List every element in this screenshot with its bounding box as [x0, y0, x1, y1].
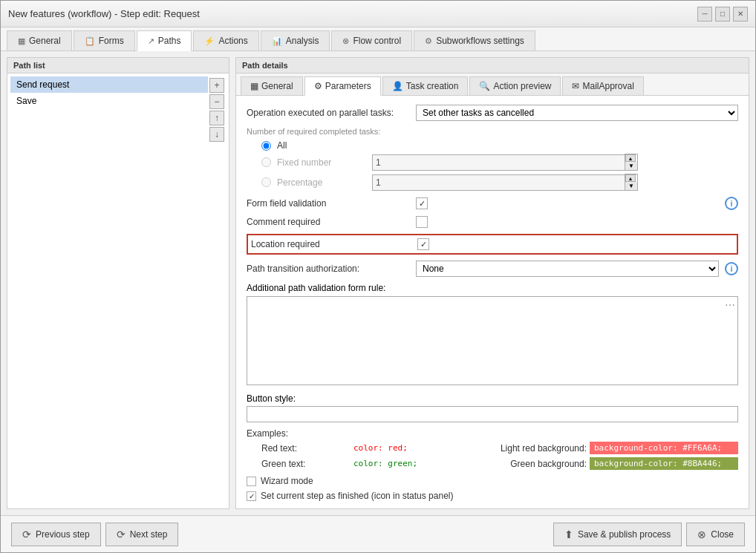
- next-step-icon: ⟳: [117, 529, 126, 540]
- green-bg-name: Green background:: [453, 459, 587, 469]
- comment-required-label: Comment required: [247, 217, 410, 227]
- green-bg-sample: background-color: #8BA446;: [590, 457, 738, 470]
- tab-general[interactable]: ▦ General: [7, 30, 72, 50]
- operation-label: Operation executed on parallel tasks:: [247, 108, 410, 118]
- location-required-checkbox[interactable]: [417, 238, 429, 250]
- path-transition-select[interactable]: None User Group Role: [416, 261, 719, 277]
- operation-select[interactable]: Set other tasks as cancelled Complete al…: [416, 105, 738, 121]
- fixed-number-input[interactable]: [372, 154, 625, 171]
- previous-step-button[interactable]: ⟳ Previous step: [11, 523, 101, 546]
- title-bar: New features (workflow) - Step edit: Req…: [1, 1, 755, 27]
- form-field-row: Form field validation i: [247, 197, 738, 210]
- next-step-button[interactable]: ⟳ Next step: [105, 523, 179, 546]
- radio-all[interactable]: [261, 141, 271, 151]
- subtab-general[interactable]: ▦ General: [241, 76, 303, 95]
- percentage-spinner: ▲ ▼: [372, 174, 638, 191]
- subtab-actionpreview[interactable]: 🔍 Action preview: [469, 76, 561, 95]
- bottom-left-buttons: ⟳ Previous step ⟳ Next step: [11, 523, 178, 546]
- examples-section: Examples: Red text: color: red; Light re…: [247, 428, 738, 470]
- forms-tab-icon: 📋: [85, 36, 95, 46]
- parameters-content: Operation executed on parallel tasks: Se…: [236, 96, 749, 514]
- green-text-name: Green text:: [261, 459, 351, 469]
- path-list-title: Path list: [7, 58, 229, 73]
- close-button[interactable]: ⊗ Close: [686, 523, 745, 546]
- red-text-code: color: red;: [353, 443, 450, 453]
- light-red-bg-sample: background-color: #FF6A6A;: [590, 442, 738, 454]
- subtab-mailapproval[interactable]: ✉ MailApproval: [562, 76, 643, 95]
- examples-grid: Red text: color: red; Light red backgrou…: [261, 442, 738, 470]
- save-publish-button[interactable]: ⬆ Save & publish process: [553, 523, 682, 546]
- path-details-panel: Path details ▦ General ⚙ Parameters 👤 Ta…: [235, 57, 749, 509]
- percentage-spin-down[interactable]: ▼: [625, 182, 637, 190]
- radio-all-label: All: [277, 140, 366, 151]
- tab-paths[interactable]: ↗ Paths: [137, 30, 192, 51]
- main-window: New features (workflow) - Step edit: Req…: [0, 0, 756, 553]
- subtab-parameters[interactable]: ⚙ Parameters: [304, 76, 381, 96]
- percentage-spinner-arrows: ▲ ▼: [625, 174, 638, 191]
- wizard-mode-checkbox[interactable]: [247, 477, 256, 486]
- tab-flowcontrol[interactable]: ⊗ Flow control: [331, 30, 412, 50]
- actions-tab-icon: ⚡: [204, 36, 215, 46]
- subtab-general-icon: ▦: [250, 81, 258, 91]
- green-text-code: color: green;: [353, 459, 450, 468]
- set-step-finished-checkbox[interactable]: [247, 491, 256, 501]
- set-step-finished-label: Set current step as finished (icon in st…: [261, 491, 453, 501]
- red-text-name: Red text:: [261, 443, 351, 454]
- move-down-button[interactable]: ↓: [209, 127, 224, 142]
- button-style-label: Button style:: [247, 393, 738, 404]
- subtab-taskcreation-icon: 👤: [392, 81, 403, 91]
- number-required-label: Number of required completed tasks:: [247, 127, 738, 136]
- main-tab-bar: ▦ General 📋 Forms ↗ Paths ⚡ Actions 📊 An…: [1, 27, 755, 51]
- wizard-mode-label: Wizard mode: [261, 476, 313, 486]
- percentage-spin-up[interactable]: ▲: [625, 174, 636, 182]
- radio-fixed-row: Fixed number ▲ ▼: [261, 154, 738, 171]
- textarea-more-icon[interactable]: ⋯: [725, 299, 735, 311]
- comment-required-checkbox[interactable]: [416, 216, 428, 228]
- tab-forms[interactable]: 📋 Forms: [74, 30, 135, 50]
- close-icon: ⊗: [697, 529, 706, 540]
- radio-percentage[interactable]: [261, 177, 271, 187]
- form-field-label: Form field validation: [247, 198, 410, 209]
- path-list-items: Send request Save: [10, 76, 208, 505]
- form-field-checkbox[interactable]: [416, 197, 428, 209]
- textarea-container: ⋯: [247, 296, 738, 387]
- path-list-panel: Path list Send request Save + − ↑ ↓: [7, 57, 229, 509]
- fixed-spin-up[interactable]: ▲: [625, 154, 636, 162]
- additional-label: Additional path validation form rule:: [247, 283, 738, 293]
- subtab-taskcreation[interactable]: 👤 Task creation: [382, 76, 469, 95]
- close-window-button[interactable]: ✕: [733, 7, 748, 22]
- flowcontrol-tab-icon: ⊗: [342, 36, 349, 46]
- move-up-button[interactable]: ↑: [209, 111, 224, 125]
- comment-required-row: Comment required: [247, 216, 738, 228]
- tab-analysis[interactable]: 📊 Analysis: [261, 30, 330, 50]
- percentage-input[interactable]: [372, 174, 625, 191]
- button-style-row: Button style:: [247, 393, 738, 422]
- radio-fixed[interactable]: [261, 157, 271, 167]
- radio-fixed-label: Fixed number: [277, 157, 366, 168]
- minimize-button[interactable]: ─: [697, 7, 712, 22]
- path-transition-info-icon[interactable]: i: [725, 262, 738, 275]
- restore-button[interactable]: □: [715, 7, 730, 22]
- radio-percentage-row: Percentage ▲ ▼: [261, 174, 738, 191]
- path-item-send-request[interactable]: Send request: [10, 76, 208, 93]
- path-transition-label: Path transition authorization:: [247, 264, 410, 274]
- operation-row: Operation executed on parallel tasks: Se…: [247, 105, 738, 121]
- content-area: Path list Send request Save + − ↑ ↓: [1, 51, 755, 515]
- path-details-title: Path details: [236, 58, 749, 73]
- form-field-info-icon[interactable]: i: [725, 197, 738, 210]
- add-path-button[interactable]: +: [209, 78, 224, 93]
- general-tab-icon: ▦: [18, 36, 25, 46]
- path-item-save[interactable]: Save: [10, 93, 208, 109]
- tab-actions[interactable]: ⚡ Actions: [193, 30, 258, 50]
- subtab-mailapproval-icon: ✉: [572, 81, 579, 91]
- window-title: New features (workflow) - Step edit: Req…: [8, 8, 200, 19]
- path-details-inner: ▦ General ⚙ Parameters 👤 Task creation 🔍…: [236, 73, 749, 514]
- remove-path-button[interactable]: −: [209, 94, 224, 109]
- validation-rule-textarea[interactable]: [247, 296, 738, 385]
- light-red-bg-name: Light red background:: [453, 443, 587, 454]
- fixed-spin-down[interactable]: ▼: [625, 162, 637, 170]
- tab-subworkflows[interactable]: ⚙ Subworkflows settings: [414, 30, 535, 50]
- button-style-input[interactable]: [247, 406, 738, 422]
- bottom-bar: ⟳ Previous step ⟳ Next step ⬆ Save & pub…: [1, 515, 755, 552]
- path-transition-row: Path transition authorization: None User…: [247, 261, 738, 277]
